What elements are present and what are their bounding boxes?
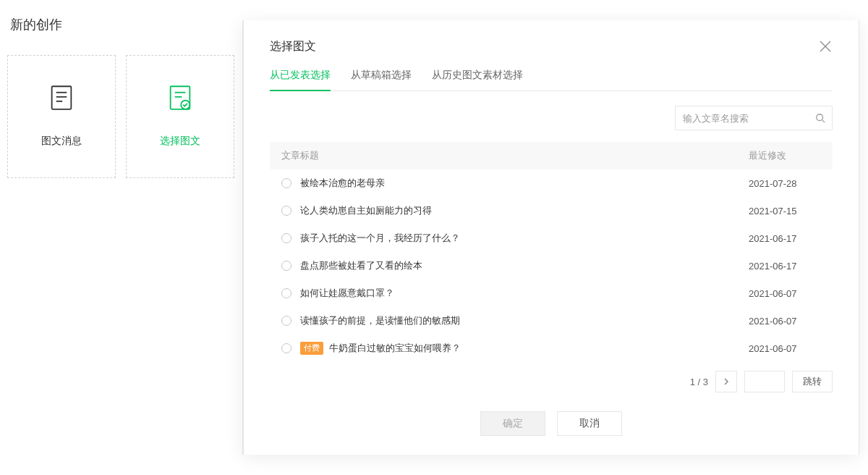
row-title: 被绘本治愈的老母亲: [300, 177, 749, 190]
table-row[interactable]: 付费牛奶蛋白过敏的宝宝如何喂养？2021-06-07: [270, 335, 833, 358]
pager-next-button[interactable]: [715, 371, 737, 392]
article-title-text: 牛奶蛋白过敏的宝宝如何喂养？: [329, 342, 461, 355]
modal-footer: 确定 取消: [244, 392, 859, 455]
source-tabs: 从已发表选择 从草稿箱选择 从历史图文素材选择: [270, 69, 833, 91]
row-title: 如何让娃愿意戴口罩？: [300, 287, 749, 300]
paid-badge: 付费: [300, 342, 323, 354]
column-title: 文章标题: [281, 149, 749, 162]
close-button[interactable]: [818, 39, 833, 56]
close-icon: [818, 43, 833, 56]
row-title: 付费牛奶蛋白过敏的宝宝如何喂养？: [300, 342, 749, 355]
page-input[interactable]: [744, 371, 785, 392]
row-date: 2021-06-07: [749, 316, 821, 327]
radio-select[interactable]: [281, 233, 292, 243]
article-title-text: 盘点那些被娃看了又看的绘本: [300, 259, 422, 272]
row-date: 2021-07-28: [749, 178, 821, 189]
article-title-text: 论人类幼崽自主如厕能力的习得: [300, 204, 432, 217]
article-title-text: 孩子入托的这一个月，我经历了什么？: [300, 232, 460, 245]
svg-line-11: [822, 120, 825, 123]
row-title: 孩子入托的这一个月，我经历了什么？: [300, 232, 749, 245]
row-date: 2021-07-15: [749, 206, 821, 217]
table-body: 被绘本治愈的老母亲2021-07-28论人类幼崽自主如厕能力的习得2021-07…: [270, 169, 833, 358]
radio-select[interactable]: [281, 261, 292, 271]
radio-select[interactable]: [281, 288, 292, 298]
modal-overlay: 选择图文 从已发表选择 从草稿箱选择 从历史图文素材选择 文: [0, 0, 868, 475]
search-box: [675, 106, 833, 130]
chevron-right-icon: [723, 377, 730, 387]
svg-point-10: [817, 114, 823, 121]
radio-select[interactable]: [281, 206, 292, 216]
search-icon[interactable]: [815, 113, 825, 123]
page-indicator: 1 / 3: [690, 377, 708, 387]
table-row[interactable]: 读懂孩子的前提，是读懂他们的敏感期2021-06-07: [270, 307, 833, 335]
article-title-text: 如何让娃愿意戴口罩？: [300, 287, 394, 300]
row-title: 论人类幼崽自主如厕能力的习得: [300, 204, 749, 217]
tab-history[interactable]: 从历史图文素材选择: [432, 69, 523, 91]
select-article-modal: 选择图文 从已发表选择 从草稿箱选择 从历史图文素材选择 文: [242, 20, 859, 455]
radio-select[interactable]: [281, 343, 292, 353]
row-title: 盘点那些被娃看了又看的绘本: [300, 259, 749, 272]
row-date: 2021-06-07: [749, 343, 821, 354]
column-date: 最近修改: [749, 149, 821, 162]
row-date: 2021-06-17: [749, 261, 821, 272]
radio-select[interactable]: [281, 178, 292, 188]
table-row[interactable]: 如何让娃愿意戴口罩？2021-06-07: [270, 279, 833, 307]
search-input[interactable]: [675, 106, 833, 130]
table-header: 文章标题 最近修改: [270, 142, 833, 169]
tab-drafts[interactable]: 从草稿箱选择: [351, 69, 412, 91]
article-title-text: 读懂孩子的前提，是读懂他们的敏感期: [300, 314, 460, 327]
row-title: 读懂孩子的前提，是读懂他们的敏感期: [300, 314, 749, 327]
article-title-text: 被绘本治愈的老母亲: [300, 177, 385, 190]
row-date: 2021-06-17: [749, 233, 821, 244]
pagination: 1 / 3 跳转: [244, 359, 859, 392]
table-row[interactable]: 论人类幼崽自主如厕能力的习得2021-07-15: [270, 197, 833, 224]
modal-title: 选择图文: [270, 39, 833, 54]
table-row[interactable]: 孩子入托的这一个月，我经历了什么？2021-06-17: [270, 224, 833, 252]
cancel-button[interactable]: 取消: [557, 411, 622, 436]
jump-button[interactable]: 跳转: [792, 371, 833, 392]
row-date: 2021-06-07: [749, 288, 821, 299]
table-row[interactable]: 盘点那些被娃看了又看的绘本2021-06-17: [270, 252, 833, 279]
radio-select[interactable]: [281, 316, 292, 326]
table-row[interactable]: 被绘本治愈的老母亲2021-07-28: [270, 169, 833, 197]
confirm-button[interactable]: 确定: [480, 411, 545, 436]
tab-published[interactable]: 从已发表选择: [270, 69, 331, 91]
